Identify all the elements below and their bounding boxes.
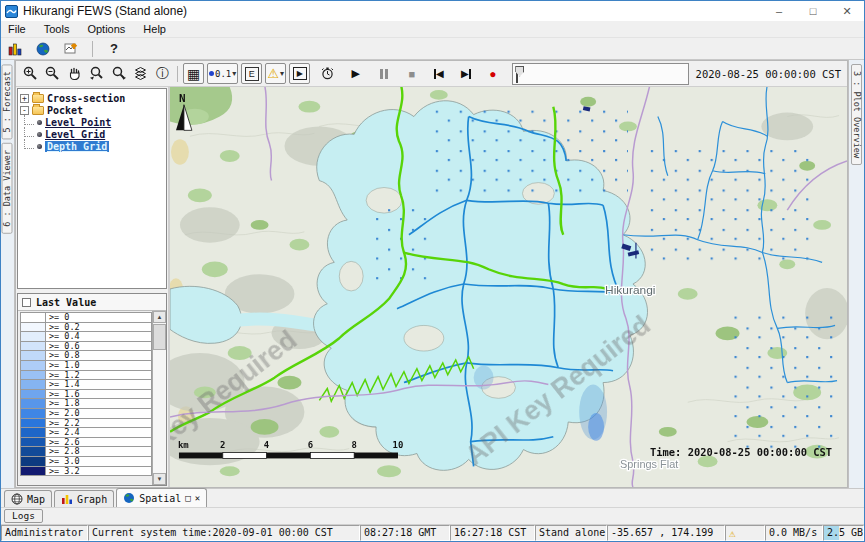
close-button[interactable]: ✕ [830, 1, 864, 21]
label-hikurangi: Hikurangi [605, 283, 655, 297]
tab-maximize-icon[interactable]: □ [185, 493, 190, 503]
menu-file[interactable]: File [6, 23, 28, 35]
last-value-label: Last Value [36, 297, 96, 308]
tree-connector [24, 139, 34, 149]
folder-icon [32, 94, 44, 103]
status-local-time: 16:27:18 CST [450, 525, 535, 541]
pause-button[interactable] [373, 63, 394, 84]
main-toolbar: ? [1, 38, 864, 59]
filter-tree: + Cross-section - Pocket Level P [17, 88, 167, 289]
tab-map[interactable]: Map [4, 490, 52, 507]
status-bar: Administrator Current system time:2020-0… [1, 524, 864, 541]
current-time-label: 2020-08-25 00:00:00 CST [696, 68, 843, 80]
movie-export-button[interactable]: ▶ [289, 63, 310, 84]
globe-icon [123, 492, 135, 504]
svg-text:km: km [178, 440, 189, 450]
map-toolbar: ⓘ ▦ 0.1 ▾ E ⚠ ▾ ▶ [16, 61, 847, 87]
svg-text:6: 6 [308, 440, 313, 450]
menu-bar: File Tools Options Help [1, 21, 864, 38]
stop-button[interactable]: ■ [401, 63, 422, 84]
classbreaks-dropdown[interactable]: 0.1 ▾ [207, 63, 238, 84]
menu-options[interactable]: Options [85, 23, 127, 35]
bullet-icon [37, 132, 42, 137]
zoom-previous-icon[interactable] [86, 63, 107, 84]
layers-icon[interactable] [130, 63, 151, 84]
tab-graph[interactable]: Graph [54, 490, 114, 507]
warning-dropdown[interactable]: ⚠ ▾ [265, 63, 286, 84]
spatial-map[interactable]: API Key Required API Key Required Hikura… [170, 87, 847, 487]
tree-node-level-grid[interactable]: Level Grid [20, 128, 164, 140]
tab-forecast[interactable]: 5 : Forecast [2, 64, 13, 139]
pan-hand-icon[interactable] [64, 63, 85, 84]
title-bar: Hikurangi FEWS (Stand alone) – □ ✕ [1, 1, 864, 21]
legend-swatch [20, 466, 46, 477]
skip-to-start-button[interactable]: ◀ [428, 63, 449, 84]
main-area: 5 : Forecast 6 : Data Viewer [1, 59, 864, 488]
menu-help[interactable]: Help [141, 23, 168, 35]
app-logo-icon [5, 5, 18, 18]
spatial-display-icon[interactable] [33, 40, 53, 58]
svg-text:8: 8 [351, 440, 356, 450]
left-tab-strip: 5 : Forecast 6 : Data Viewer [1, 60, 15, 488]
status-memory: 2.5 GB [823, 525, 864, 541]
tree-node-depth-grid[interactable]: Depth Grid [20, 140, 164, 152]
animation-settings-icon[interactable] [317, 63, 338, 84]
data-viewer-panel: + Cross-section - Pocket Level P [16, 87, 170, 487]
window-title: Hikurangi FEWS (Stand alone) [23, 4, 187, 18]
legend-list: >= 0 >= 0.2 >= 0.4 >= 0.6 >= 0.8 >= 1.0 … [18, 310, 166, 485]
help-button[interactable]: ? [104, 40, 124, 58]
labels-toggle[interactable]: E [241, 63, 262, 84]
bullet-icon [37, 120, 42, 125]
menu-tools[interactable]: Tools [42, 23, 72, 35]
scroll-down-icon[interactable]: ▼ [153, 473, 166, 485]
warning-icon: ⚠ [729, 528, 736, 539]
timeseries-display-icon[interactable] [5, 40, 25, 58]
expand-icon[interactable]: + [20, 94, 29, 103]
status-user: Administrator [1, 525, 88, 541]
status-network-speed: 0.0 MB/s [765, 525, 823, 541]
map-canvas[interactable]: API Key Required API Key Required Hikura… [170, 87, 847, 487]
svg-text:2: 2 [220, 440, 225, 450]
scrollbar-thumb[interactable] [153, 324, 166, 350]
record-button[interactable]: ● [482, 63, 503, 84]
tree-connector [24, 115, 34, 125]
tree-node-pocket[interactable]: - Pocket [20, 104, 164, 116]
status-warning[interactable]: ⚠ [725, 525, 765, 541]
tab-plot-overview[interactable]: 3 : Plot Overview [851, 64, 862, 165]
tab-spatial[interactable]: Spatial □ ✕ [116, 488, 207, 507]
tab-data-viewer[interactable]: 6 : Data Viewer [2, 143, 13, 234]
skip-to-end-button[interactable]: ▶ [455, 63, 476, 84]
tree-node-level-point[interactable]: Level Point [20, 116, 164, 128]
zoom-out-icon[interactable] [42, 63, 63, 84]
info-icon[interactable]: ⓘ [152, 63, 173, 84]
bottom-tab-bar: Map Graph Spatial □ ✕ [1, 488, 864, 507]
legend-scrollbar[interactable]: ▲ ▼ [152, 311, 166, 485]
svg-text:10: 10 [393, 440, 404, 450]
import-display-icon[interactable] [61, 40, 81, 58]
tab-close-icon[interactable]: ✕ [195, 493, 200, 503]
svg-text:4: 4 [264, 440, 269, 450]
app-window: Hikurangi FEWS (Stand alone) – □ ✕ File … [0, 0, 865, 542]
movie-icon: ▶ [293, 67, 307, 80]
map-time-label: Time: 2020-08-25 00:00:00 CST [650, 447, 832, 459]
grid-display-toggle[interactable]: ▦ [183, 63, 204, 84]
toolbar-separator [92, 41, 93, 57]
time-slider[interactable] [512, 63, 688, 85]
status-coordinates: -35.657 , 174.199 [607, 525, 725, 541]
tree-connector [24, 127, 34, 137]
minimize-button[interactable]: – [762, 1, 796, 21]
zoom-in-icon[interactable] [20, 63, 41, 84]
play-button[interactable]: ▶ [345, 63, 366, 84]
warning-icon: ⚠ [267, 67, 279, 80]
maximize-button[interactable]: □ [796, 1, 830, 21]
logs-tab[interactable]: Logs [4, 509, 43, 523]
zoom-next-icon[interactable] [108, 63, 129, 84]
last-value-checkbox[interactable] [22, 298, 31, 307]
tree-node-cross-section[interactable]: + Cross-section [20, 92, 164, 104]
logs-row: Logs [1, 507, 864, 524]
legend-panel: Last Value >= 0 >= 0.2 >= 0.4 >= 0.6 >= … [17, 293, 167, 486]
bar-chart-icon [61, 493, 73, 505]
chevron-down-icon: ▾ [280, 69, 284, 78]
scroll-up-icon[interactable]: ▲ [153, 311, 166, 323]
collapse-icon[interactable]: - [20, 106, 29, 115]
